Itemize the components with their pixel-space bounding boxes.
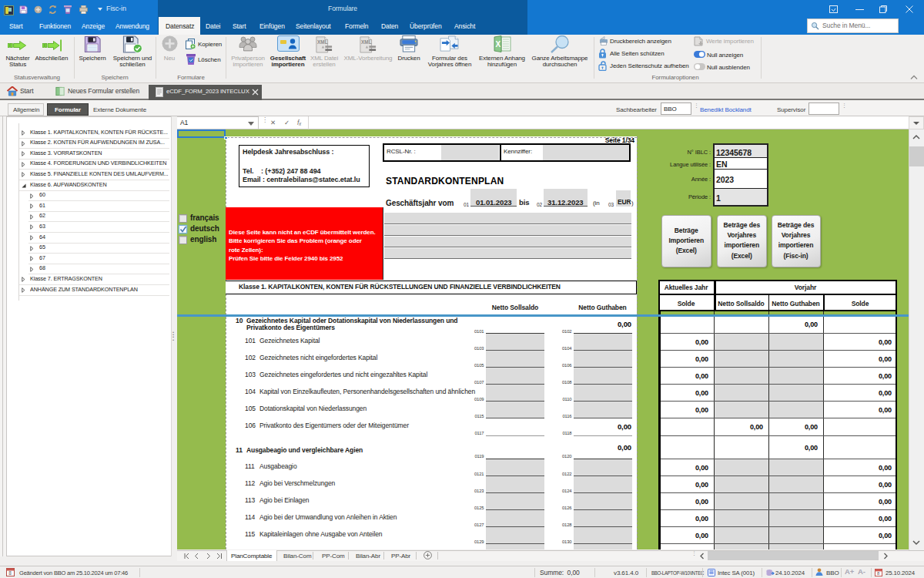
svg-text:X: X: [496, 40, 501, 49]
svg-text:XML: XML: [361, 40, 372, 45]
svg-text:8: 8: [8, 570, 12, 576]
svg-text:XML: XML: [317, 40, 328, 45]
